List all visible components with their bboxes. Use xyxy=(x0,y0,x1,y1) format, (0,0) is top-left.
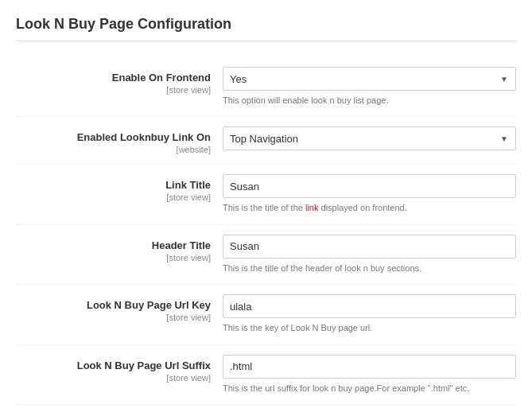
label-cell-enabled-looknbuy-link-on: Enabled Looknbuy Link On[website] xyxy=(16,126,223,154)
field-scope-enabled-looknbuy-link-on: [website] xyxy=(16,145,211,154)
value-cell-enable-on-frontend: YesNoThis option will enable look n buy … xyxy=(223,67,516,107)
field-note-enable-on-frontend: This option will enable look n buy list … xyxy=(223,95,516,107)
field-note-header-title: This is the title of the header of look … xyxy=(223,262,516,274)
select-wrapper-enabled-looknbuy-link-on: Top NavigationFooter NavigationBoth xyxy=(223,126,516,150)
field-scope-header-title: [store view] xyxy=(16,253,211,262)
field-note-look-n-buy-page-url-key: This is the key of Look N Buy page url. xyxy=(223,322,516,334)
field-label-look-n-buy-page-url-suffix: Look N Buy Page Url Suffix xyxy=(16,360,211,371)
form-row-header-title: Header Title[store view]This is the titl… xyxy=(16,225,516,285)
page-title: Look N Buy Page Configuration xyxy=(16,16,516,41)
label-cell-look-n-buy-page-url-suffix: Look N Buy Page Url Suffix[store view] xyxy=(16,355,223,383)
label-cell-look-n-buy-page-url-key: Look N Buy Page Url Key[store view] xyxy=(16,294,223,322)
form-row-enable-on-frontend: Enable On Frontend[store view]YesNoThis … xyxy=(16,57,516,117)
form-row-look-n-buy-page-url-key: Look N Buy Page Url Key[store view]This … xyxy=(16,285,516,344)
input-look-n-buy-page-url-key[interactable] xyxy=(223,294,516,318)
form-row-look-n-buy-page-url-suffix: Look N Buy Page Url Suffix[store view]Th… xyxy=(16,345,516,405)
label-cell-link-title: Link Title[store view] xyxy=(16,174,223,202)
form-row-link-title: Link Title[store view]This is the title … xyxy=(16,165,516,224)
select-wrapper-enable-on-frontend: YesNo xyxy=(223,67,516,91)
field-scope-look-n-buy-page-url-suffix: [store view] xyxy=(16,373,211,383)
input-look-n-buy-page-url-suffix[interactable] xyxy=(223,355,516,379)
value-cell-header-title: This is the title of the header of look … xyxy=(223,235,516,274)
field-label-enable-on-frontend: Enable On Frontend xyxy=(16,72,211,84)
select-enable-on-frontend[interactable]: YesNo xyxy=(223,67,516,91)
form-row-enabled-looknbuy-link-on: Enabled Looknbuy Link On[website]Top Nav… xyxy=(16,117,516,165)
value-cell-look-n-buy-page-url-suffix: This is the url suffix for look n buy pa… xyxy=(223,355,516,395)
field-label-look-n-buy-page-url-key: Look N Buy Page Url Key xyxy=(16,299,211,311)
field-scope-link-title: [store view] xyxy=(16,192,211,202)
field-note-link-title: This is the title of the link displayed … xyxy=(223,202,516,214)
field-label-enabled-looknbuy-link-on: Enabled Looknbuy Link On xyxy=(16,131,211,143)
input-link-title[interactable] xyxy=(223,174,516,198)
value-cell-link-title: This is the title of the link displayed … xyxy=(223,174,516,214)
value-cell-enabled-looknbuy-link-on: Top NavigationFooter NavigationBoth xyxy=(223,126,516,150)
field-scope-look-n-buy-page-url-key: [store view] xyxy=(16,313,211,322)
input-header-title[interactable] xyxy=(223,235,516,259)
label-cell-enable-on-frontend: Enable On Frontend[store view] xyxy=(16,67,223,95)
field-scope-enable-on-frontend: [store view] xyxy=(16,85,211,95)
label-cell-header-title: Header Title[store view] xyxy=(16,235,223,262)
field-label-header-title: Header Title xyxy=(16,239,211,251)
field-label-link-title: Link Title xyxy=(16,179,211,191)
value-cell-look-n-buy-page-url-key: This is the key of Look N Buy page url. xyxy=(223,294,516,334)
select-enabled-looknbuy-link-on[interactable]: Top NavigationFooter NavigationBoth xyxy=(223,126,516,150)
field-note-look-n-buy-page-url-suffix: This is the url suffix for look n buy pa… xyxy=(223,383,516,395)
note-link-link-title[interactable]: link xyxy=(305,203,319,212)
